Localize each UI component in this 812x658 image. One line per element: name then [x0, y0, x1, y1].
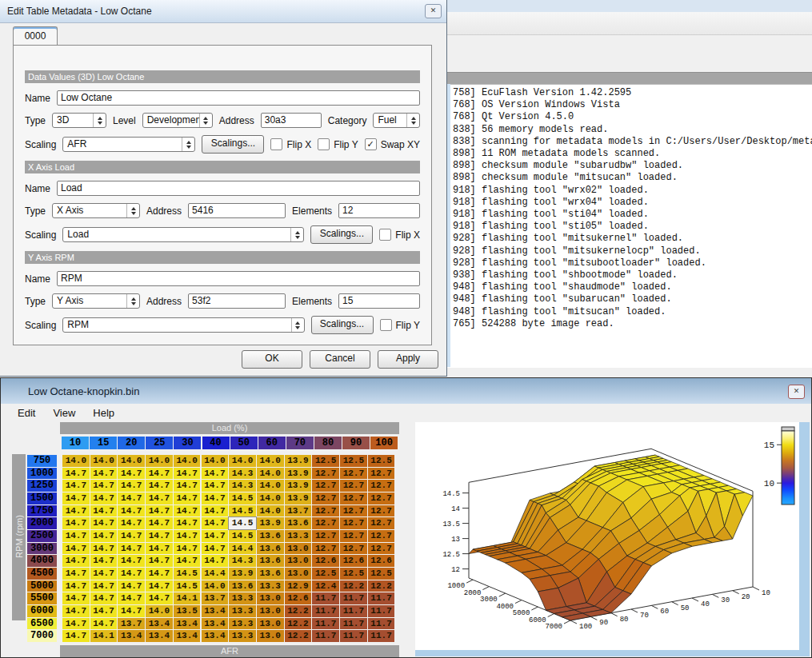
load-column-header[interactable]: 50 — [230, 437, 258, 449]
table-cell[interactable]: 14.0 — [257, 455, 284, 467]
table-cell[interactable]: 14.5 — [229, 493, 256, 504]
apply-button[interactable]: Apply — [378, 350, 438, 369]
table-cell[interactable]: 13.6 — [257, 543, 284, 555]
table-cell[interactable]: 12.7 — [312, 480, 339, 492]
table-cell[interactable]: 12.5 — [312, 455, 339, 467]
table-cell[interactable]: 11.7 — [368, 592, 395, 604]
table-cell[interactable]: 12.7 — [312, 505, 339, 517]
table-cell[interactable]: 13.0 — [257, 618, 284, 630]
y-address-input[interactable]: 53f2 — [188, 293, 286, 309]
table-cell[interactable]: 12.5 — [312, 568, 339, 580]
tab-0000[interactable]: 0000 — [13, 26, 58, 46]
y-scaling-combo[interactable]: RPM — [62, 317, 304, 333]
table-cell[interactable]: 13.9 — [285, 480, 312, 492]
table-cell[interactable]: 14.7 — [90, 543, 118, 555]
table-cell[interactable]: 12.2 — [368, 580, 395, 592]
table-cell[interactable]: 13.4 — [174, 618, 201, 630]
table-cell[interactable]: 14.7 — [118, 517, 145, 529]
table-cell[interactable]: 12.7 — [368, 505, 395, 517]
table-cell[interactable]: 14.7 — [174, 505, 201, 517]
table-cell[interactable]: 14.7 — [118, 505, 145, 517]
table-cell[interactable]: 14.7 — [174, 530, 201, 542]
table-cell[interactable]: 14.7 — [90, 480, 118, 492]
spinner-arrows-icon[interactable] — [126, 294, 139, 308]
table-cell[interactable]: 14.7 — [62, 630, 90, 642]
table-cell[interactable]: 12.7 — [368, 517, 395, 529]
table-cell[interactable]: 12.5 — [340, 568, 367, 580]
table-cell[interactable]: 12.7 — [312, 517, 339, 529]
table-cell[interactable]: 14.4 — [229, 543, 256, 555]
table-cell[interactable]: 14.7 — [146, 480, 173, 492]
cancel-button[interactable]: Cancel — [310, 350, 370, 369]
table-cell[interactable]: 13.0 — [257, 630, 284, 642]
load-column-header[interactable]: 70 — [286, 437, 314, 449]
table-cell[interactable]: 11.7 — [368, 618, 395, 630]
table-cell[interactable]: 13.3 — [229, 605, 256, 617]
scaling-combo[interactable]: AFR — [62, 137, 195, 152]
table-cell[interactable]: 12.7 — [368, 530, 395, 542]
table-cell[interactable]: 14.7 — [174, 543, 201, 555]
table-cell-selected[interactable]: 14.5 — [229, 517, 256, 529]
table-cell[interactable]: 13.0 — [285, 568, 312, 580]
table-cell[interactable]: 14.7 — [202, 468, 229, 480]
y-scalings-button[interactable]: Scalings... — [311, 316, 374, 334]
rpm-row-header[interactable]: 4000 — [27, 555, 57, 567]
table-cell[interactable]: 13.4 — [146, 630, 173, 642]
table-cell[interactable]: 12.7 — [312, 530, 339, 542]
table-cell[interactable]: 14.7 — [62, 480, 90, 492]
table-cell[interactable]: 12.5 — [368, 455, 395, 467]
table-cell[interactable]: 14.0 — [257, 480, 284, 492]
table-cell[interactable]: 14.7 — [118, 468, 145, 480]
table-cell[interactable]: 13.6 — [285, 517, 312, 529]
table-cell[interactable]: 14.7 — [174, 468, 201, 480]
table-cell[interactable]: 12.7 — [312, 468, 339, 480]
rpm-row-header[interactable]: 750 — [27, 455, 57, 467]
load-column-header[interactable]: 80 — [314, 437, 342, 449]
spinner-arrows-icon[interactable] — [126, 204, 139, 217]
table-cell[interactable]: 14.7 — [146, 592, 173, 604]
load-column-header[interactable]: 10 — [62, 437, 89, 449]
spinner-arrows-icon[interactable] — [290, 228, 303, 241]
menu-item-help[interactable]: Help — [86, 405, 122, 421]
load-column-header[interactable]: 40 — [202, 437, 230, 449]
table-cell[interactable]: 14.7 — [90, 618, 118, 630]
table-cell[interactable]: 12.2 — [340, 580, 367, 592]
table-cell[interactable]: 13.3 — [229, 630, 256, 642]
table-cell[interactable]: 14.7 — [90, 555, 118, 567]
surface-plot[interactable]: 1212.51313.51414.51000200030004000500060… — [415, 422, 799, 650]
table-cell[interactable]: 12.6 — [285, 592, 312, 604]
table-cell[interactable]: 14.7 — [146, 530, 173, 542]
table-cell[interactable]: 11.7 — [368, 630, 395, 642]
table-cell[interactable]: 14.7 — [62, 505, 90, 517]
table-cell[interactable]: 12.7 — [340, 468, 367, 480]
table-cell[interactable]: 13.9 — [257, 517, 284, 529]
type-combo[interactable]: 3D — [52, 113, 106, 128]
table-cell[interactable]: 14.7 — [146, 493, 173, 504]
table-cell[interactable]: 14.0 — [146, 605, 173, 617]
table-cell[interactable]: 13.7 — [285, 505, 312, 517]
table-cell[interactable]: 14.7 — [62, 568, 90, 580]
load-column-header[interactable]: 20 — [118, 437, 145, 449]
x-scaling-combo[interactable]: Load — [62, 227, 304, 242]
table-window-titlebar[interactable]: Low Octane-knopkin.bin ✕ — [1, 378, 811, 404]
table-cell[interactable]: 14.0 — [118, 455, 145, 467]
rpm-row-header[interactable]: 5000 — [27, 580, 57, 592]
table-cell[interactable]: 14.7 — [90, 493, 118, 504]
table-cell[interactable]: 12.2 — [285, 618, 312, 630]
table-cell[interactable]: 12.7 — [368, 480, 395, 492]
table-cell[interactable]: 13.4 — [202, 605, 229, 617]
table-cell[interactable]: 14.5 — [229, 505, 256, 517]
table-cell[interactable]: 12.9 — [285, 580, 312, 592]
table-cell[interactable]: 14.7 — [118, 555, 145, 567]
rpm-row-header[interactable]: 2000 — [27, 517, 57, 529]
load-column-header[interactable]: 15 — [90, 437, 117, 449]
table-cell[interactable]: 14.7 — [118, 580, 145, 592]
table-cell[interactable]: 14.7 — [62, 530, 90, 542]
x-scalings-button[interactable]: Scalings... — [310, 225, 373, 244]
table-cell[interactable]: 12.7 — [340, 505, 367, 517]
table-cell[interactable]: 14.7 — [118, 568, 145, 580]
table-cell[interactable]: 14.7 — [202, 543, 229, 555]
table-cell[interactable]: 13.9 — [285, 468, 312, 480]
table-cell[interactable]: 14.5 — [229, 530, 256, 542]
spinner-arrows-icon[interactable] — [199, 114, 212, 127]
